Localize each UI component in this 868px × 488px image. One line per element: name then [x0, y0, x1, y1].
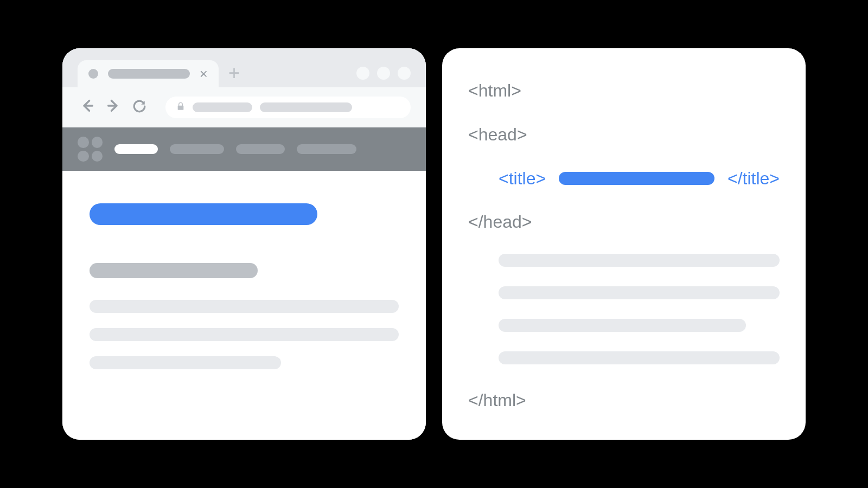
- favicon-icon: [88, 69, 98, 79]
- lock-icon: [176, 101, 185, 113]
- back-button-icon[interactable]: [78, 98, 97, 118]
- nav-item[interactable]: [297, 144, 356, 154]
- url-segment: [193, 102, 252, 112]
- title-close-tag: </title>: [727, 166, 780, 191]
- code-head-close: </head>: [468, 210, 780, 234]
- title-open-tag: <title>: [499, 166, 546, 191]
- code-title-line: <title> </title>: [468, 166, 780, 191]
- page-content-area: [62, 171, 426, 440]
- tab-title-placeholder: [108, 69, 190, 79]
- nav-item[interactable]: [236, 144, 285, 154]
- address-bar[interactable]: [165, 97, 411, 118]
- nav-item[interactable]: [170, 144, 224, 154]
- window-control-min-icon[interactable]: [356, 67, 369, 80]
- site-header-bar: [62, 127, 426, 171]
- window-controls: [356, 67, 411, 87]
- body-line: [499, 319, 746, 332]
- page-title-placeholder: [90, 203, 317, 225]
- browser-tab[interactable]: ×: [78, 60, 219, 87]
- code-html-open: <html>: [468, 79, 780, 103]
- window-control-max-icon[interactable]: [377, 67, 390, 80]
- body-line: [499, 254, 780, 267]
- body-line: [499, 351, 780, 364]
- body-line: [499, 286, 780, 299]
- reload-button-icon[interactable]: [130, 99, 149, 115]
- paragraph-line: [90, 356, 281, 369]
- address-bar-row: [62, 87, 426, 127]
- window-control-close-icon[interactable]: [398, 67, 411, 80]
- new-tab-icon[interactable]: +: [228, 63, 240, 87]
- title-content-placeholder: [559, 172, 714, 185]
- code-html-close: </html>: [468, 388, 780, 413]
- html-code-panel: <html> <head> <title> </title> </head> <…: [442, 48, 806, 440]
- site-logo-icon[interactable]: [78, 137, 103, 162]
- url-segment: [260, 102, 352, 112]
- paragraph-line: [90, 328, 399, 341]
- forward-button-icon[interactable]: [104, 98, 123, 118]
- paragraph-line: [90, 300, 399, 313]
- browser-chrome: × +: [62, 48, 426, 127]
- code-head-open: <head>: [468, 123, 780, 147]
- close-tab-icon[interactable]: ×: [200, 67, 208, 81]
- browser-mockup-panel: × +: [62, 48, 426, 440]
- nav-item-active[interactable]: [114, 144, 158, 154]
- tab-bar: × +: [62, 48, 426, 87]
- page-subtitle-placeholder: [90, 263, 258, 278]
- code-body-placeholder: [468, 254, 780, 364]
